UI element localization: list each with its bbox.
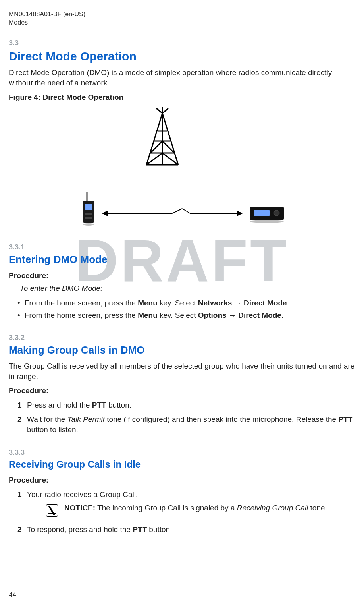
keycap-menu: Menu [138,299,158,307]
menu-item-options: Options [198,311,227,319]
step-receive-group-call: Your radio receives a Group Call. NOTICE… [9,487,355,522]
text: button. [147,525,172,534]
keycap-menu: Menu [138,311,158,319]
heading-direct-mode-operation: Direct Mode Operation [9,48,355,65]
text: tone (if configured) and then speak into… [105,415,338,423]
procedure-label-3-3-3: Procedure: [9,475,355,485]
text: key. Select [158,311,198,319]
svg-line-11 [156,108,162,113]
heading-receiving-group-calls-idle: Receiving Group Calls in Idle [9,458,355,471]
section-number-3-3: 3.3 [9,38,355,48]
svg-rect-21 [254,210,270,216]
svg-point-23 [250,220,284,223]
step-press-hold-ptt: Press and hold the PTT button. [9,398,355,412]
notice-icon [45,504,59,517]
text: Your radio receives a Group Call. [27,490,138,499]
svg-point-19 [83,223,94,226]
svg-rect-16 [85,204,92,210]
header-doc-id: MN001488A01-BF (en-US) [9,10,355,19]
svg-rect-18 [85,217,92,219]
figure-4-direct-mode [9,109,355,231]
arrow-icon: → [232,299,244,307]
bullet-options-direct-mode: From the home screen, press the Menu key… [9,309,355,322]
tone-receiving-group-call: Receiving Group Call [237,504,308,512]
svg-line-0 [146,113,162,165]
arrow-icon: → [227,311,239,319]
notice-label: NOTICE: [64,504,95,512]
body-direct-mode-operation: Direct Mode Operation (DMO) is a mode of… [9,68,355,88]
menu-item-direct-mode: Direct Mode [238,311,281,319]
section-number-3-3-3: 3.3.3 [9,448,355,457]
menu-item-networks: Networks [198,299,232,307]
svg-line-12 [162,108,168,113]
text: Wait for the [27,415,67,423]
procedure-steps-3-3-2: Press and hold the PTT button. Wait for … [9,398,355,437]
svg-rect-17 [85,213,92,215]
text: tone. [308,504,327,512]
keycap-ptt: PTT [338,415,352,423]
heading-making-group-calls-dmo: Making Group Calls in DMO [9,343,355,357]
text: key. Select [158,299,198,307]
text: . [287,299,289,307]
page-number: 44 [9,591,16,600]
bullet-networks-direct-mode: From the home screen, press the Menu key… [9,297,355,309]
section-number-3-3-2: 3.3.2 [9,333,355,342]
svg-line-25 [172,209,182,213]
notice-receiving-group-call: NOTICE: The incoming Group Call is signa… [45,503,355,517]
text: Press and hold the [27,401,92,409]
body-making-group-calls-dmo: The Group Call is received by all member… [9,361,355,381]
svg-marker-28 [103,211,108,216]
text: From the home screen, press the [25,299,138,307]
procedure-label-3-3-2: Procedure: [9,386,355,396]
figure-4-caption: Figure 4: Direct Mode Operation [9,92,355,102]
section-number-3-3-1: 3.3.1 [9,242,355,252]
heading-entering-dmo-mode: Entering DMO Mode [9,253,355,267]
procedure-intro-3-3-1: To enter the DMO Mode: [20,283,355,294]
svg-line-26 [182,209,190,213]
keycap-ptt: PTT [133,525,147,534]
svg-marker-29 [237,211,242,216]
procedure-steps-3-3-3: Your radio receives a Group Call. NOTICE… [9,487,355,536]
menu-item-direct-mode: Direct Mode [244,299,287,307]
header-chapter: Modes [9,19,355,27]
text: From the home screen, press the [25,311,138,319]
text: To respond, press and hold the [27,525,133,534]
tone-talk-permit: Talk Permit [67,415,105,423]
text: button to listen. [27,425,78,434]
text: . [281,311,283,319]
svg-line-1 [162,113,178,165]
procedure-label-3-3-1: Procedure: [9,271,355,281]
text: button. [106,401,131,409]
step-respond-ptt: To respond, press and hold the PTT butto… [9,522,355,537]
step-wait-talk-permit: Wait for the Talk Permit tone (if config… [9,412,355,437]
svg-point-22 [274,210,279,216]
procedure-bullets-3-3-1: From the home screen, press the Menu key… [9,297,355,322]
text: The incoming Group Call is signaled by a [95,504,237,512]
keycap-ptt: PTT [92,401,106,409]
